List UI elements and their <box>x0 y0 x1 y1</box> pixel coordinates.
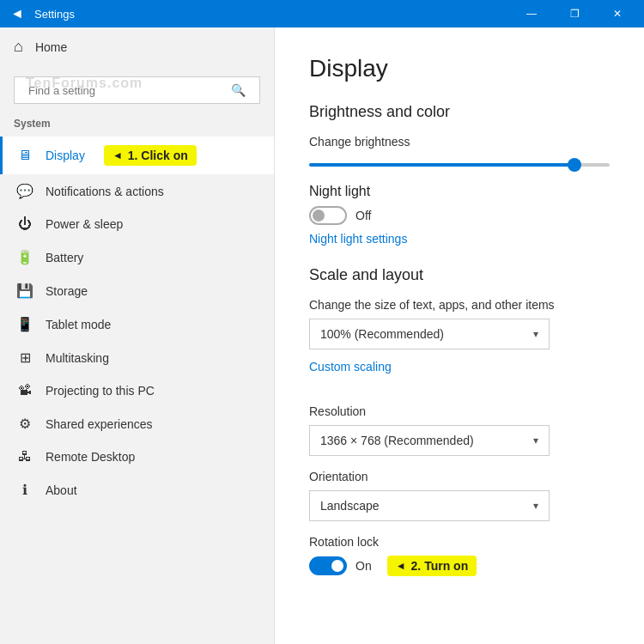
night-light-track <box>309 206 347 225</box>
callout-1: 1. Click on <box>104 145 197 166</box>
scale-dropdown-container: 100% (Recommended) ▾ <box>309 319 610 349</box>
storage-icon: 💾 <box>16 283 33 299</box>
titlebar-title: Settings <box>34 8 512 21</box>
scale-selected: 100% (Recommended) <box>320 327 444 341</box>
sidebar-item-battery[interactable]: 🔋 Battery <box>0 240 274 274</box>
titlebar: ◄ Settings — ❐ ✕ <box>0 0 644 27</box>
sidebar-item-notifications[interactable]: 💬 Notifications & actions <box>0 174 274 208</box>
resolution-dropdown-arrow: ▾ <box>533 434 538 447</box>
restore-button[interactable]: ❐ <box>555 0 594 27</box>
about-label: About <box>46 483 77 497</box>
power-label: Power & sleep <box>46 217 123 231</box>
sidebar-item-home[interactable]: ⌂ Home <box>0 27 274 66</box>
storage-label: Storage <box>46 284 88 298</box>
rotation-lock-track <box>309 556 347 575</box>
scale-dropdown[interactable]: 100% (Recommended) ▾ <box>309 319 550 349</box>
tablet-label: Tablet mode <box>46 318 111 331</box>
scale-dropdown-arrow: ▾ <box>533 328 538 340</box>
scale-section-title: Scale and layout <box>309 266 610 284</box>
home-label: Home <box>35 40 67 54</box>
orientation-dropdown-arrow: ▾ <box>533 500 538 512</box>
brightness-label: Change brightness <box>309 135 610 149</box>
search-icon: 🔍 <box>231 83 246 97</box>
page-title: Display <box>309 55 610 82</box>
sidebar-item-projecting[interactable]: 📽 Projecting to this PC <box>0 374 274 407</box>
scale-label: Change the size of text, apps, and other… <box>309 298 610 312</box>
remote-icon: 🖧 <box>16 449 33 465</box>
custom-scaling-link[interactable]: Custom scaling <box>309 360 392 374</box>
titlebar-controls: — ❐ ✕ <box>512 0 637 27</box>
brightness-slider[interactable] <box>309 163 610 167</box>
night-light-title: Night light <box>309 184 610 199</box>
orientation-dropdown-container: Landscape ▾ <box>309 490 610 521</box>
night-light-section: Night light Off Night light settings <box>309 184 610 263</box>
night-light-thumb <box>313 210 325 222</box>
display-icon: 🖥 <box>16 148 33 163</box>
power-icon: ⏻ <box>16 216 33 232</box>
close-button[interactable]: ✕ <box>598 0 637 27</box>
rotation-lock-toggle[interactable] <box>309 556 347 575</box>
home-icon: ⌂ <box>14 38 23 56</box>
sidebar-item-tablet[interactable]: 📱 Tablet mode <box>0 307 274 341</box>
sidebar: ⌂ Home 🔍 System 🖥 Display 1. Click on 💬 … <box>0 27 275 644</box>
system-section-label: System <box>0 114 274 137</box>
night-light-toggle-row: Off <box>309 206 610 225</box>
sidebar-item-storage[interactable]: 💾 Storage <box>0 274 274 307</box>
rotation-lock-toggle-row: On 2. Turn on <box>309 556 610 576</box>
projecting-icon: 📽 <box>16 383 33 398</box>
resolution-dropdown[interactable]: 1366 × 768 (Recommended) ▾ <box>309 425 550 456</box>
battery-icon: 🔋 <box>16 249 33 265</box>
sidebar-item-about[interactable]: ℹ About <box>0 473 274 507</box>
orientation-selected: Landscape <box>320 499 380 513</box>
content-area: TenForums.com Display Brightness and col… <box>275 27 644 644</box>
rotation-lock-label: Rotation lock <box>309 535 610 549</box>
display-label: Display <box>46 149 85 162</box>
orientation-dropdown[interactable]: Landscape ▾ <box>309 490 550 521</box>
shared-label: Shared experiences <box>46 417 153 431</box>
shared-icon: ⚙ <box>16 416 33 432</box>
callout-2: 2. Turn on <box>387 556 477 576</box>
night-light-settings-link[interactable]: Night light settings <box>309 232 407 246</box>
brightness-section-title: Brightness and color <box>309 103 610 121</box>
back-button[interactable]: ◄ <box>7 3 27 24</box>
notifications-icon: 💬 <box>16 183 33 199</box>
resolution-dropdown-container: 1366 × 768 (Recommended) ▾ <box>309 425 610 456</box>
sidebar-item-remote[interactable]: 🖧 Remote Desktop <box>0 440 274 473</box>
resolution-selected: 1366 × 768 (Recommended) <box>320 434 474 447</box>
resolution-label: Resolution <box>309 404 610 418</box>
remote-label: Remote Desktop <box>46 450 135 464</box>
about-icon: ℹ <box>16 482 33 498</box>
rotation-lock-thumb <box>331 560 343 572</box>
sidebar-item-shared[interactable]: ⚙ Shared experiences <box>0 407 274 440</box>
multitasking-label: Multitasking <box>46 351 109 365</box>
sidebar-item-power[interactable]: ⏻ Power & sleep <box>0 208 274 240</box>
search-box[interactable]: 🔍 <box>14 76 260 104</box>
rotation-lock-state: On <box>355 559 372 573</box>
tablet-icon: 📱 <box>16 316 33 332</box>
minimize-button[interactable]: — <box>512 0 551 27</box>
app-body: ⌂ Home 🔍 System 🖥 Display 1. Click on 💬 … <box>0 27 644 644</box>
sidebar-item-display[interactable]: 🖥 Display 1. Click on <box>0 137 274 174</box>
sidebar-item-multitasking[interactable]: ⊞ Multitasking <box>0 341 274 374</box>
night-light-state: Off <box>355 209 371 222</box>
battery-label: Battery <box>46 251 83 264</box>
projecting-label: Projecting to this PC <box>46 384 155 398</box>
night-light-toggle[interactable] <box>309 206 347 225</box>
orientation-label: Orientation <box>309 470 610 483</box>
notifications-label: Notifications & actions <box>46 185 164 198</box>
search-input[interactable] <box>28 84 228 97</box>
multitasking-icon: ⊞ <box>16 349 33 366</box>
